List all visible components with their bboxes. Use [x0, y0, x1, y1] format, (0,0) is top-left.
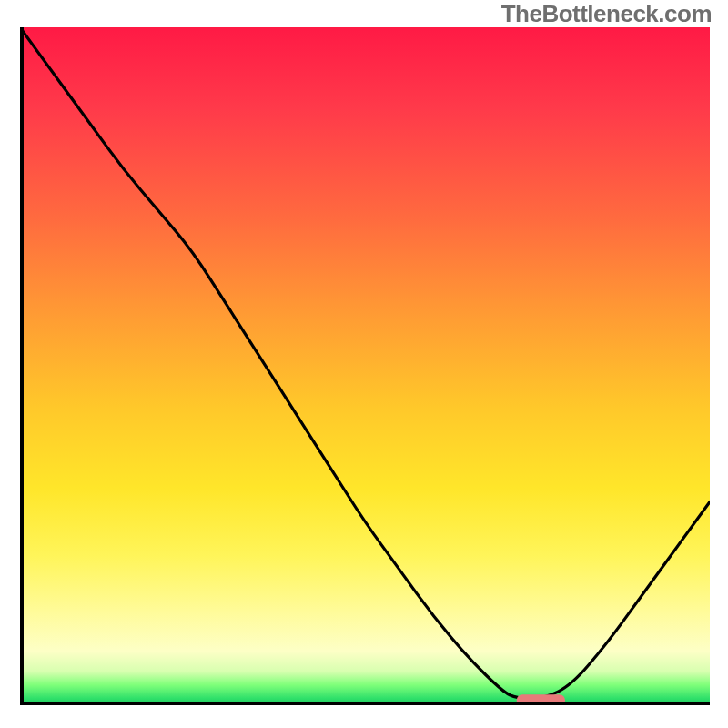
marker-layer	[20, 27, 710, 705]
plot-area	[20, 27, 710, 705]
optimal-marker	[517, 694, 565, 705]
bottleneck-chart: TheBottleneck.com	[0, 0, 728, 728]
watermark-text: TheBottleneck.com	[501, 0, 712, 28]
